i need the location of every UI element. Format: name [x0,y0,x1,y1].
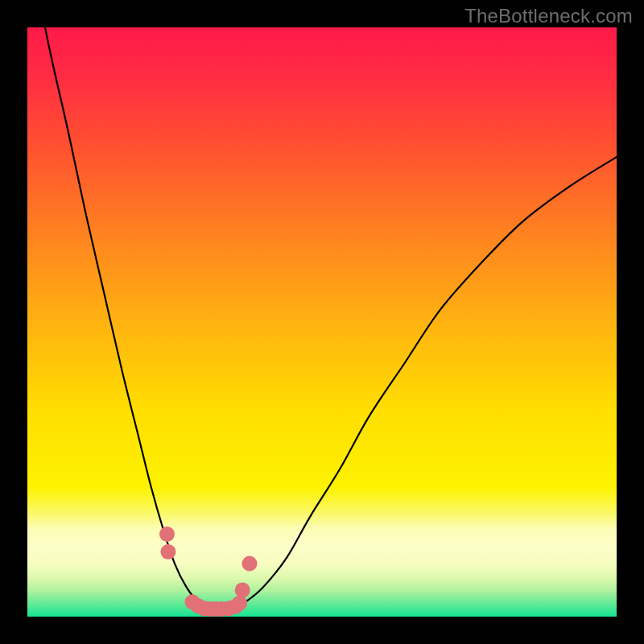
curve-layer [27,27,617,617]
marker-dot [232,596,247,611]
marker-dot [242,556,257,572]
chart-frame: TheBottleneck.com [0,0,644,644]
bottleneck-curve [27,27,617,609]
marker-dot [160,544,175,559]
marker-dot [159,526,175,542]
plot-area [27,27,617,617]
marker-dot [235,583,250,598]
watermark-text: TheBottleneck.com [464,5,633,27]
marker-cluster [159,526,257,617]
